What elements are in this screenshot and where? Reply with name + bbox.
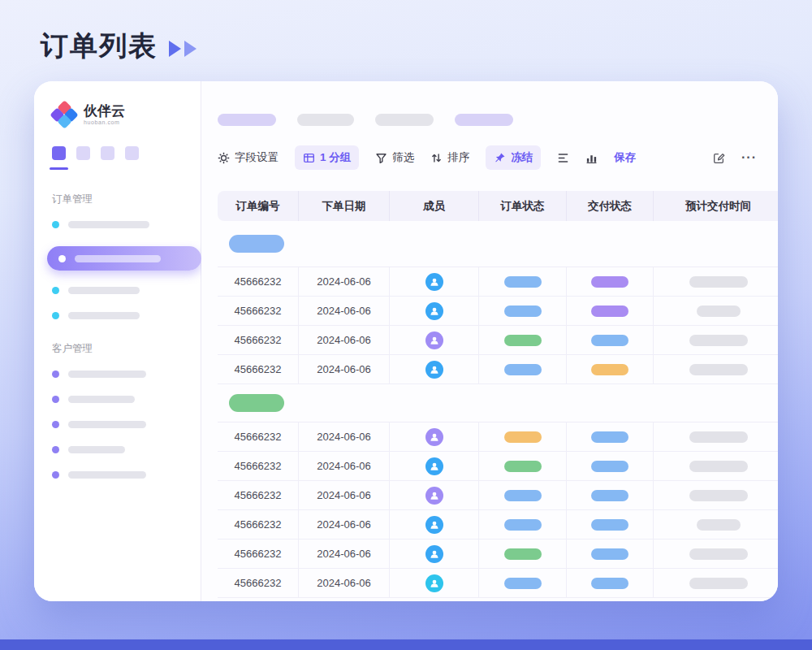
- logo-icon: [52, 102, 76, 127]
- order-status-cell[interactable]: [479, 540, 567, 569]
- field-settings-button[interactable]: 字段设置: [218, 150, 279, 165]
- order-no-cell[interactable]: 45666232: [218, 326, 299, 355]
- sort-button[interactable]: 排序: [430, 150, 469, 165]
- eta-cell[interactable]: [654, 355, 778, 384]
- date-cell[interactable]: 2024-06-06: [299, 297, 390, 326]
- member-cell[interactable]: [390, 481, 479, 510]
- member-cell[interactable]: [390, 510, 479, 540]
- order-status-cell[interactable]: [479, 355, 567, 384]
- delivery-status-cell[interactable]: [567, 267, 654, 297]
- eta-cell[interactable]: [654, 326, 778, 355]
- eta-cell[interactable]: [654, 569, 778, 598]
- delivery-status-cell[interactable]: [567, 326, 654, 355]
- delivery-status-cell[interactable]: [567, 452, 654, 481]
- column-header[interactable]: 下单日期: [299, 191, 390, 221]
- order-status-cell[interactable]: [479, 569, 567, 598]
- order-no-cell[interactable]: 45666232: [218, 355, 299, 384]
- member-cell[interactable]: [390, 569, 479, 598]
- workspace-tab[interactable]: [125, 146, 139, 160]
- save-button[interactable]: 保存: [614, 150, 636, 165]
- order-status-pill: [504, 276, 542, 288]
- group-header-row[interactable]: [218, 221, 778, 267]
- eta-cell[interactable]: [654, 481, 778, 510]
- date-cell[interactable]: 2024-06-06: [299, 510, 390, 540]
- delivery-status-cell[interactable]: [567, 355, 654, 384]
- member-cell[interactable]: [390, 355, 479, 384]
- column-header[interactable]: 订单状态: [479, 191, 567, 221]
- date-cell[interactable]: 2024-06-06: [299, 452, 390, 481]
- column-header[interactable]: 预计交付时间: [654, 191, 778, 221]
- workspace-tab[interactable]: [101, 146, 114, 160]
- sidebar-item[interactable]: [52, 396, 186, 403]
- eta-cell[interactable]: [654, 452, 778, 481]
- member-cell[interactable]: [390, 452, 479, 481]
- sidebar-item[interactable]: [52, 370, 186, 378]
- sidebar-item-active[interactable]: [47, 246, 201, 271]
- sidebar-item[interactable]: [52, 421, 186, 428]
- delivery-status-pill: [591, 461, 628, 472]
- order-status-cell[interactable]: [479, 481, 567, 510]
- row-height-button[interactable]: [557, 152, 569, 164]
- sidebar-item[interactable]: [52, 312, 186, 319]
- column-header[interactable]: 订单编号: [218, 191, 299, 221]
- column-header[interactable]: 成员: [390, 191, 479, 221]
- date-cell[interactable]: 2024-06-06: [299, 355, 390, 384]
- eta-cell[interactable]: [654, 297, 778, 326]
- member-cell[interactable]: [390, 422, 479, 452]
- delivery-status-cell[interactable]: [567, 481, 654, 510]
- eta-placeholder: [689, 276, 748, 288]
- date-cell[interactable]: 2024-06-06: [299, 326, 390, 355]
- order-no-cell[interactable]: 45666232: [218, 569, 299, 598]
- edit-button[interactable]: [713, 152, 725, 164]
- workspace-tab[interactable]: [52, 146, 66, 160]
- order-no-cell[interactable]: 45666232: [218, 540, 299, 569]
- order-status-cell[interactable]: [479, 297, 567, 326]
- order-no-cell[interactable]: 45666232: [218, 422, 299, 452]
- eta-cell[interactable]: [654, 540, 778, 569]
- order-status-cell[interactable]: [479, 326, 567, 355]
- order-status-cell[interactable]: [479, 510, 567, 540]
- order-status-cell[interactable]: [479, 267, 567, 297]
- group-button[interactable]: 1 分组: [295, 145, 359, 170]
- filter-button[interactable]: 筛选: [375, 150, 414, 165]
- date-cell[interactable]: 2024-06-06: [299, 481, 390, 510]
- freeze-button[interactable]: 冻结: [486, 145, 541, 170]
- sidebar-item[interactable]: [52, 287, 186, 294]
- date-cell[interactable]: 2024-06-06: [299, 569, 390, 598]
- order-no-cell[interactable]: 45666232: [218, 297, 299, 326]
- delivery-status-cell[interactable]: [567, 297, 654, 326]
- sidebar-item[interactable]: [52, 446, 186, 453]
- item-label-placeholder: [68, 287, 140, 294]
- delivery-status-pill: [591, 548, 628, 560]
- order-no-cell[interactable]: 45666232: [218, 267, 299, 297]
- delivery-status-cell[interactable]: [567, 422, 654, 452]
- workspace-tab[interactable]: [76, 146, 90, 160]
- delivery-status-pill: [591, 335, 628, 346]
- logo: 伙伴云 huoban.com: [52, 102, 186, 127]
- delivery-status-cell[interactable]: [567, 569, 654, 598]
- member-cell[interactable]: [390, 267, 479, 297]
- sidebar-item[interactable]: [52, 471, 186, 479]
- sidebar-item[interactable]: [52, 221, 186, 228]
- group-header-row[interactable]: [218, 384, 778, 422]
- date-cell[interactable]: 2024-06-06: [299, 540, 390, 569]
- order-no-cell[interactable]: 45666232: [218, 481, 299, 510]
- more-button[interactable]: ···: [741, 150, 757, 165]
- member-cell[interactable]: [390, 540, 479, 569]
- order-status-pill: [504, 335, 542, 346]
- order-status-cell[interactable]: [479, 422, 567, 452]
- order-no-cell[interactable]: 45666232: [218, 452, 299, 481]
- member-cell[interactable]: [390, 297, 479, 326]
- column-header[interactable]: 交付状态: [567, 191, 654, 221]
- order-no-cell[interactable]: 45666232: [218, 510, 299, 540]
- eta-cell[interactable]: [654, 267, 778, 297]
- member-cell[interactable]: [390, 326, 479, 355]
- delivery-status-cell[interactable]: [567, 540, 654, 569]
- date-cell[interactable]: 2024-06-06: [299, 422, 390, 452]
- chart-button[interactable]: [585, 152, 598, 164]
- eta-cell[interactable]: [654, 422, 778, 452]
- delivery-status-cell[interactable]: [567, 510, 654, 540]
- date-cell[interactable]: 2024-06-06: [299, 267, 390, 297]
- order-status-cell[interactable]: [479, 452, 567, 481]
- eta-cell[interactable]: [654, 510, 778, 540]
